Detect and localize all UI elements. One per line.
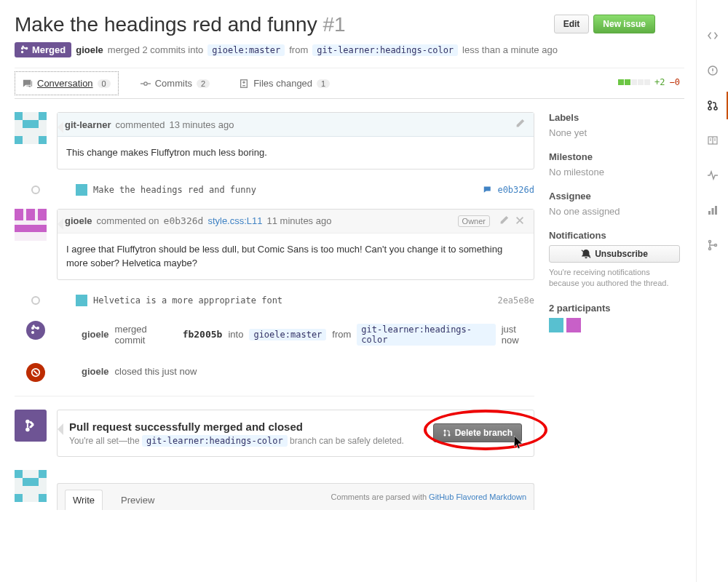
network-icon[interactable]: [706, 239, 719, 252]
wiki-icon[interactable]: [706, 134, 719, 147]
svg-point-5: [714, 107, 717, 110]
svg-point-29: [443, 430, 446, 432]
delete-branch-button[interactable]: Delete branch: [433, 423, 522, 442]
diff-icon: [239, 79, 249, 89]
deleted-branch[interactable]: git-learner:headings-color: [142, 435, 288, 447]
milestone-value: No milestone: [549, 167, 680, 178]
pulse-icon[interactable]: [706, 169, 719, 182]
issues-icon[interactable]: [706, 64, 719, 77]
new-issue-button[interactable]: New issue: [593, 15, 655, 33]
comment-header: gioele commented on e0b326d style.css:L1…: [58, 210, 534, 234]
svg-point-15: [708, 241, 711, 243]
owner-badge: Owner: [458, 215, 490, 227]
svg-rect-14: [715, 206, 717, 215]
svg-point-16: [708, 248, 711, 250]
tab-preview[interactable]: Preview: [113, 490, 162, 510]
merged-badge: Merged: [15, 42, 71, 57]
commit-sha[interactable]: 2ea5e8e: [497, 295, 534, 306]
edit-button[interactable]: Edit: [554, 15, 590, 33]
svg-line-26: [34, 370, 38, 374]
merged-description: You're all set—the git-learner:headings-…: [69, 436, 433, 446]
merged-status-box: Pull request successfully merged and clo…: [57, 410, 534, 457]
participants-title: 2 participants: [549, 303, 680, 314]
merge-sha[interactable]: fb2005b: [183, 329, 223, 340]
commit-row[interactable]: Helvetica is a more appropriate font 2ea…: [57, 290, 534, 311]
gfm-link[interactable]: GitHub Flavored Markdown: [429, 493, 526, 501]
commit-message: Make the headings red and funny: [93, 185, 256, 195]
comment-author[interactable]: git-learner: [65, 119, 111, 130]
comment-body: I agree that Fluffytron should be less d…: [58, 234, 534, 279]
svg-rect-12: [708, 211, 711, 215]
notifications-help: You're receiving notifications because y…: [549, 267, 680, 290]
svg-point-2: [712, 72, 713, 73]
participant-avatar[interactable]: [549, 318, 563, 332]
avatar[interactable]: [15, 470, 47, 502]
close-icon[interactable]: [515, 215, 526, 227]
labels-title[interactable]: Labels: [549, 112, 680, 123]
unsubscribe-button[interactable]: Unsubscribe: [549, 245, 680, 263]
close-event: gioele closed this just now: [57, 360, 534, 383]
svg-point-31: [448, 434, 450, 436]
svg-point-28: [25, 427, 30, 431]
graphs-icon[interactable]: [706, 204, 719, 217]
comment-header: git-learner commented 13 minutes ago: [58, 113, 534, 137]
commit-icon: [141, 79, 151, 89]
closed-icon: [26, 363, 45, 382]
event-user[interactable]: gioele: [82, 366, 109, 377]
pr-author[interactable]: gioele: [76, 44, 103, 55]
pencil-icon[interactable]: [499, 215, 510, 227]
commit-row[interactable]: Make the headings red and funny e0b326d: [57, 180, 534, 200]
head-branch[interactable]: git-learner:headings-color: [312, 44, 458, 56]
markdown-help: Comments are parsed with GitHub Flavored…: [331, 493, 526, 501]
diffstat: +2 −0: [618, 77, 680, 87]
comment-body: This change makes Fluffytron much less b…: [58, 137, 534, 169]
pull-request-icon[interactable]: [706, 99, 719, 112]
pr-number: #1: [323, 13, 345, 36]
merged-badge-large: [15, 410, 47, 442]
assignee-title[interactable]: Assignee: [549, 191, 680, 202]
avatar[interactable]: [15, 112, 47, 144]
pr-tabs: Conversation 0 Commits 2 Files changed 1…: [15, 68, 684, 99]
base-branch[interactable]: gioele:master: [249, 329, 326, 340]
pr-title: Make the headings red and funny: [15, 13, 317, 36]
avatar[interactable]: [15, 209, 47, 241]
head-branch[interactable]: git-learner:headings-color: [357, 324, 495, 346]
avatar: [76, 295, 87, 306]
merge-event: gioele merged commit fb2005b into gioele…: [57, 318, 534, 351]
svg-point-4: [708, 107, 711, 110]
participant-avatar[interactable]: [566, 318, 581, 332]
merge-icon: [26, 321, 45, 340]
tab-files[interactable]: Files changed 1: [232, 72, 337, 95]
merged-headline: Pull request successfully merged and clo…: [69, 420, 433, 433]
tab-commits[interactable]: Commits 2: [133, 72, 217, 95]
assignee-value: No one assigned: [549, 206, 680, 217]
avatar: [76, 184, 87, 196]
milestone-title[interactable]: Milestone: [549, 151, 680, 162]
svg-point-18: [144, 81, 147, 84]
compose-tabs: Write Preview Comments are parsed with G…: [57, 483, 534, 510]
svg-point-27: [25, 419, 30, 423]
commit-sha[interactable]: e0b326d: [497, 185, 534, 195]
file-line-link[interactable]: style.css:L11: [207, 215, 262, 226]
notifications-title: Notifications: [549, 230, 680, 241]
base-branch[interactable]: gioele:master: [207, 44, 285, 56]
svg-rect-13: [711, 208, 713, 215]
svg-point-30: [443, 434, 446, 436]
tab-conversation[interactable]: Conversation 0: [15, 71, 119, 95]
tab-write[interactable]: Write: [65, 490, 103, 510]
svg-point-3: [708, 101, 711, 104]
event-user[interactable]: gioele: [82, 329, 109, 340]
comment-icon: [23, 79, 33, 89]
commit-message: Helvetica is a more appropriate font: [93, 295, 282, 306]
state-line: Merged gioele merged 2 commits into gioe…: [15, 42, 684, 57]
svg-point-17: [714, 244, 716, 247]
labels-value: None yet: [549, 127, 680, 138]
pencil-icon[interactable]: [515, 119, 526, 130]
code-icon[interactable]: [706, 29, 719, 42]
comment-author[interactable]: gioele: [65, 215, 92, 226]
